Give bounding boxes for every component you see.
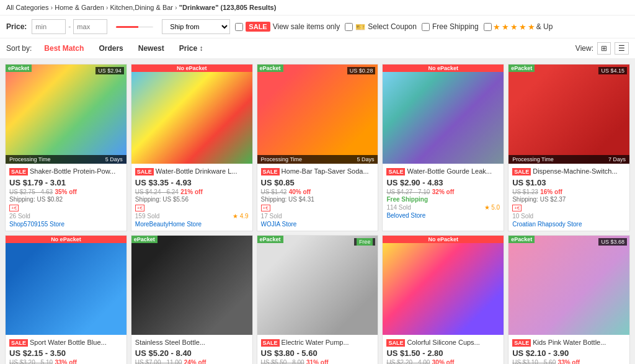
free-shipping-text: Free Shipping — [386, 196, 500, 203]
badge-epacket: ePacket — [257, 236, 283, 243]
current-price: US $5.20 - 8.40 — [135, 348, 249, 358]
product-card-2[interactable]: No ePacket SALEWater-Bottle Drinkware L.… — [131, 64, 253, 231]
discount-percent: 40% off — [289, 189, 311, 195]
discount-percent: 33% off — [55, 359, 77, 364]
price-value: US $3.35 - 4.93 — [135, 178, 192, 187]
product-title: SALEWater-Bottle Gourde Leak... — [386, 167, 500, 176]
breadcrumb-kitchen[interactable]: Kitchen,Dining & Bar — [110, 4, 174, 11]
badge-epacket: ePacket — [131, 236, 158, 243]
coupon-filter[interactable]: 🎫 Select Coupon — [345, 22, 417, 32]
original-price: US $4.24 - 6.24 — [135, 189, 179, 195]
stars-filter[interactable]: ★ ★ ★ ★ ★ & Up — [484, 22, 553, 32]
product-card-10[interactable]: ePacket US $3.68 SALEKids Pink Water Bot… — [508, 235, 630, 364]
price-badge: US $2.94 — [95, 67, 124, 74]
rating-stars: ★ 4.9 — [233, 213, 249, 220]
store-name[interactable]: MoreBeautyHome Store — [135, 221, 249, 228]
badge-epacket: ePacket — [508, 64, 535, 72]
original-price: US $7.00 - 11.00 — [135, 359, 182, 364]
current-price: US $1.50 - 2.80 — [386, 348, 500, 358]
sale-filter[interactable]: SALE View sale items only — [235, 22, 340, 32]
store-name[interactable]: Croatian Rhapsody Store — [512, 221, 626, 228]
discount-percent: 35% off — [55, 189, 77, 195]
product-card-8[interactable]: ePacket Free SALEElectric Water Pump... … — [257, 235, 379, 364]
discount-percent: 31% off — [306, 359, 329, 364]
product-card-9[interactable]: No ePacket SALEColorful Silicone Cups...… — [382, 235, 504, 364]
original-price-row: US $3.10 - 5.60 33% off — [512, 358, 626, 364]
store-name[interactable]: WOJIA Store — [261, 221, 375, 228]
sale-label: View sale items only — [273, 22, 340, 31]
current-price: US $2.10 - 3.90 — [512, 348, 626, 358]
product-bottom: 26 Sold — [9, 213, 123, 220]
grid-view-icon[interactable]: ⊞ — [597, 42, 611, 55]
coupon-icon: +€ — [261, 205, 270, 211]
price-max-input[interactable] — [73, 19, 107, 34]
badge-epacket: ePacket — [508, 236, 535, 243]
price-value: US $2.90 - 4.83 — [386, 178, 443, 187]
view-label: View: — [575, 44, 593, 53]
price-range-slider[interactable] — [116, 26, 153, 28]
badge-epacket: ePacket — [257, 64, 283, 72]
product-image: No ePacket — [383, 236, 504, 335]
original-price: US $1.42 — [261, 189, 287, 195]
store-name[interactable]: Beloved Store — [386, 212, 500, 219]
price-min-input[interactable] — [32, 19, 66, 34]
product-info: SALEDispense-Machine-Switch... US $1.03 … — [508, 164, 629, 231]
current-price: US $0.85 — [261, 178, 375, 187]
product-card-3[interactable]: ePacket US $0.28 Processing Time 5 Days … — [257, 64, 379, 231]
product-info: SALEWater-Bottle Gourde Leak... US $2.90… — [383, 164, 504, 222]
breadcrumb-all-categories[interactable]: All Categories — [6, 4, 48, 11]
free-shipping-checkbox[interactable] — [422, 23, 430, 31]
sale-checkbox[interactable] — [235, 23, 243, 31]
sale-tag: SALE — [512, 168, 531, 175]
sort-newest[interactable]: Newest — [131, 42, 172, 55]
list-view-icon[interactable]: ☰ — [615, 42, 629, 55]
original-price: US $2.75 - 4.63 — [9, 189, 53, 195]
product-card-5[interactable]: ePacket US $4.15 Processing Time 7 Days … — [508, 64, 630, 231]
processing-label: Processing Time — [9, 156, 51, 162]
star-2: ★ — [502, 22, 509, 32]
product-card-4[interactable]: No ePacket SALEWater-Bottle Gourde Leak.… — [382, 64, 504, 231]
price-badge: US $4.15 — [598, 67, 627, 74]
star-4: ★ — [519, 22, 526, 32]
coupon-icon: 🎫 — [355, 22, 365, 32]
original-price: US $3.10 - 5.60 — [512, 359, 556, 364]
top-bar: All Categories › Home & Garden › Kitchen… — [0, 0, 635, 16]
sort-price[interactable]: Price ↕ — [172, 42, 211, 55]
free-shipping-filter[interactable]: Free Shipping — [422, 22, 479, 31]
original-price: US $3.20 - 5.10 — [9, 359, 53, 364]
coupon-checkbox[interactable] — [345, 23, 353, 31]
shipping-cost: Shipping: US $4.31 — [261, 196, 375, 203]
discount-percent: 24% off — [184, 359, 206, 364]
price-value: US $1.79 - 3.01 — [9, 178, 66, 187]
sale-tag: SALE — [135, 168, 154, 175]
product-image: ePacket US $0.28 Processing Time 5 Days — [257, 64, 378, 164]
product-bottom: 159 Sold ★ 4.9 — [135, 213, 249, 220]
stars-checkbox[interactable] — [484, 23, 492, 31]
current-price: US $3.35 - 4.93 — [135, 178, 249, 187]
ship-from-select[interactable]: Ship from — [162, 19, 230, 34]
breadcrumb: All Categories › Home & Garden › Kitchen… — [6, 4, 629, 11]
discount-percent: 32% off — [432, 189, 455, 195]
original-price-row: US $2.75 - 4.63 35% off — [9, 187, 123, 196]
shipping-cost: Shipping: US $0.82 — [9, 196, 123, 203]
sale-tag: SALE — [9, 168, 28, 175]
product-title: Stainless Steel Bottle... — [135, 338, 249, 347]
sort-orders[interactable]: Orders — [91, 42, 130, 55]
rating-stars: ★ 5.0 — [484, 204, 500, 211]
sort-best-match[interactable]: Best Match — [37, 42, 91, 55]
processing-days: 7 Days — [608, 156, 626, 162]
processing-bar: Processing Time 5 Days — [257, 155, 378, 164]
price-value: US $1.50 - 2.80 — [386, 348, 443, 358]
star-3: ★ — [510, 22, 518, 32]
current-price: US $3.80 - 5.60 — [261, 348, 375, 358]
product-card-6[interactable]: No ePacket SALESport Water Bottle Blue..… — [5, 235, 127, 364]
product-card-7[interactable]: ePacket Stainless Steel Bottle... US $5.… — [131, 235, 253, 364]
discount-percent: 30% off — [432, 359, 455, 364]
store-name[interactable]: Shop5709155 Store — [9, 221, 123, 228]
sale-tag: SALE — [261, 339, 280, 347]
price-value: US $5.20 - 8.40 — [135, 348, 192, 358]
breadcrumb-home-garden[interactable]: Home & Garden — [55, 4, 104, 11]
price-badge: US $3.68 — [598, 238, 627, 246]
price-value: US $2.10 - 3.90 — [512, 348, 569, 358]
product-card-1[interactable]: ePacket US $2.94 Processing Time 5 Days … — [5, 64, 127, 231]
